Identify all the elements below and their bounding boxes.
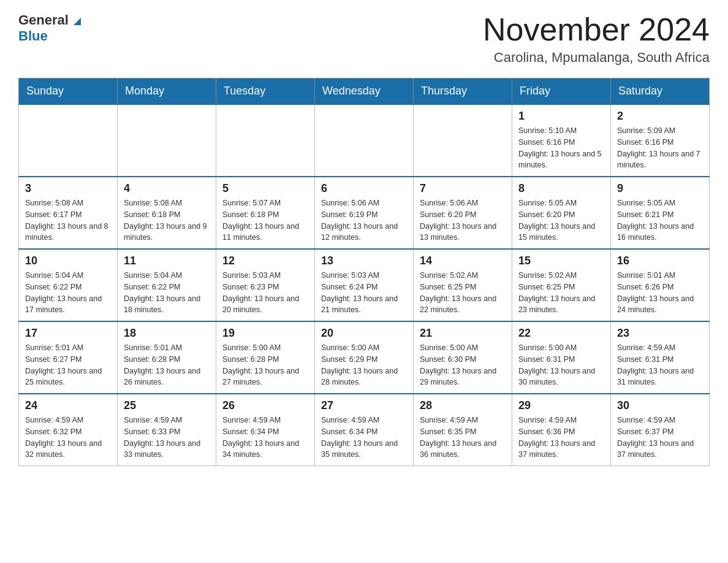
calendar-cell (315, 104, 414, 177)
day-number: 11 (124, 255, 210, 267)
day-number: 19 (222, 327, 308, 340)
calendar-cell: 19Sunrise: 5:00 AM Sunset: 6:28 PM Dayli… (216, 321, 315, 394)
calendar-cell: 17Sunrise: 5:01 AM Sunset: 6:27 PM Dayli… (19, 321, 118, 394)
calendar-cell: 30Sunrise: 4:59 AM Sunset: 6:37 PM Dayli… (611, 394, 710, 466)
day-info: Sunrise: 5:07 AM Sunset: 6:18 PM Dayligh… (222, 197, 308, 243)
calendar-cell: 4Sunrise: 5:08 AM Sunset: 6:18 PM Daylig… (118, 177, 216, 249)
calendar-cell (414, 104, 512, 177)
day-number: 3 (25, 182, 111, 195)
day-info: Sunrise: 5:04 AM Sunset: 6:22 PM Dayligh… (124, 270, 210, 316)
week-row-1: 1Sunrise: 5:10 AM Sunset: 6:16 PM Daylig… (19, 104, 710, 177)
calendar-cell: 25Sunrise: 4:59 AM Sunset: 6:33 PM Dayli… (118, 394, 216, 466)
title-block: November 2024 Carolina, Mpumalanga, Sout… (483, 12, 710, 66)
day-info: Sunrise: 5:02 AM Sunset: 6:25 PM Dayligh… (518, 270, 604, 316)
calendar-cell: 20Sunrise: 5:00 AM Sunset: 6:29 PM Dayli… (315, 321, 414, 394)
day-info: Sunrise: 5:06 AM Sunset: 6:20 PM Dayligh… (420, 197, 506, 243)
calendar-cell: 18Sunrise: 5:01 AM Sunset: 6:28 PM Dayli… (118, 321, 216, 394)
day-number: 14 (420, 255, 506, 267)
day-info: Sunrise: 5:03 AM Sunset: 6:24 PM Dayligh… (321, 270, 407, 316)
logo-general-text: General (18, 12, 69, 28)
calendar-cell: 15Sunrise: 5:02 AM Sunset: 6:25 PM Dayli… (512, 249, 611, 321)
day-number: 28 (420, 399, 506, 412)
weekday-header-thursday: Thursday (414, 79, 512, 105)
calendar-cell: 2Sunrise: 5:09 AM Sunset: 6:16 PM Daylig… (611, 104, 710, 177)
calendar-cell: 27Sunrise: 4:59 AM Sunset: 6:34 PM Dayli… (315, 394, 414, 466)
day-number: 29 (518, 399, 604, 412)
week-row-4: 17Sunrise: 5:01 AM Sunset: 6:27 PM Dayli… (19, 321, 710, 394)
day-number: 9 (617, 182, 703, 195)
day-number: 12 (222, 255, 308, 267)
logo: General Blue (18, 12, 83, 44)
calendar-cell: 28Sunrise: 4:59 AM Sunset: 6:35 PM Dayli… (414, 394, 512, 466)
calendar-cell: 23Sunrise: 4:59 AM Sunset: 6:31 PM Dayli… (611, 321, 710, 394)
day-info: Sunrise: 4:59 AM Sunset: 6:34 PM Dayligh… (222, 415, 308, 461)
day-info: Sunrise: 4:59 AM Sunset: 6:36 PM Dayligh… (518, 415, 604, 461)
day-info: Sunrise: 5:06 AM Sunset: 6:19 PM Dayligh… (321, 197, 407, 243)
day-info: Sunrise: 5:00 AM Sunset: 6:30 PM Dayligh… (420, 342, 506, 388)
calendar-cell (216, 104, 315, 177)
weekday-header-monday: Monday (118, 79, 216, 105)
day-number: 22 (518, 327, 604, 340)
day-number: 21 (420, 327, 506, 340)
week-row-3: 10Sunrise: 5:04 AM Sunset: 6:22 PM Dayli… (19, 249, 710, 321)
day-info: Sunrise: 5:00 AM Sunset: 6:28 PM Dayligh… (222, 342, 308, 388)
calendar-cell: 14Sunrise: 5:02 AM Sunset: 6:25 PM Dayli… (414, 249, 512, 321)
weekday-header-saturday: Saturday (611, 79, 710, 105)
day-info: Sunrise: 5:01 AM Sunset: 6:27 PM Dayligh… (25, 342, 111, 388)
calendar-cell (118, 104, 216, 177)
day-info: Sunrise: 4:59 AM Sunset: 6:31 PM Dayligh… (617, 342, 703, 388)
calendar-cell: 11Sunrise: 5:04 AM Sunset: 6:22 PM Dayli… (118, 249, 216, 321)
calendar-cell (19, 104, 118, 177)
day-number: 4 (124, 182, 210, 195)
logo-blue-text: Blue (18, 28, 48, 44)
day-info: Sunrise: 5:10 AM Sunset: 6:16 PM Dayligh… (518, 125, 604, 171)
calendar-cell: 8Sunrise: 5:05 AM Sunset: 6:20 PM Daylig… (512, 177, 611, 249)
day-number: 26 (222, 399, 308, 412)
day-info: Sunrise: 4:59 AM Sunset: 6:32 PM Dayligh… (25, 415, 111, 461)
day-number: 6 (321, 182, 407, 195)
day-number: 27 (321, 399, 407, 412)
weekday-header-wednesday: Wednesday (315, 79, 414, 105)
calendar-cell: 9Sunrise: 5:05 AM Sunset: 6:21 PM Daylig… (611, 177, 710, 249)
calendar-cell: 6Sunrise: 5:06 AM Sunset: 6:19 PM Daylig… (315, 177, 414, 249)
month-title: November 2024 (483, 12, 710, 47)
calendar-cell: 3Sunrise: 5:08 AM Sunset: 6:17 PM Daylig… (19, 177, 118, 249)
day-info: Sunrise: 5:05 AM Sunset: 6:21 PM Dayligh… (617, 197, 703, 243)
day-number: 25 (124, 399, 210, 412)
day-info: Sunrise: 5:01 AM Sunset: 6:28 PM Dayligh… (124, 342, 210, 388)
day-info: Sunrise: 5:01 AM Sunset: 6:26 PM Dayligh… (617, 270, 703, 316)
calendar-cell: 26Sunrise: 4:59 AM Sunset: 6:34 PM Dayli… (216, 394, 315, 466)
day-number: 15 (518, 255, 604, 267)
calendar-cell: 21Sunrise: 5:00 AM Sunset: 6:30 PM Dayli… (414, 321, 512, 394)
page-header: General Blue November 2024 Carolina, Mpu… (18, 12, 710, 66)
calendar-cell: 12Sunrise: 5:03 AM Sunset: 6:23 PM Dayli… (216, 249, 315, 321)
calendar-cell: 22Sunrise: 5:00 AM Sunset: 6:31 PM Dayli… (512, 321, 611, 394)
day-number: 20 (321, 327, 407, 340)
calendar-cell: 10Sunrise: 5:04 AM Sunset: 6:22 PM Dayli… (19, 249, 118, 321)
weekday-header-tuesday: Tuesday (216, 79, 315, 105)
week-row-2: 3Sunrise: 5:08 AM Sunset: 6:17 PM Daylig… (19, 177, 710, 249)
weekday-header-row: SundayMondayTuesdayWednesdayThursdayFrid… (19, 79, 710, 105)
day-number: 16 (617, 255, 703, 267)
svg-marker-0 (74, 18, 81, 25)
day-number: 13 (321, 255, 407, 267)
day-info: Sunrise: 5:00 AM Sunset: 6:29 PM Dayligh… (321, 342, 407, 388)
day-number: 5 (222, 182, 308, 195)
day-number: 24 (25, 399, 111, 412)
location-title: Carolina, Mpumalanga, South Africa (483, 50, 710, 66)
day-number: 17 (25, 327, 111, 340)
day-info: Sunrise: 4:59 AM Sunset: 6:35 PM Dayligh… (420, 415, 506, 461)
day-info: Sunrise: 5:00 AM Sunset: 6:31 PM Dayligh… (518, 342, 604, 388)
day-number: 30 (617, 399, 703, 412)
calendar-cell: 24Sunrise: 4:59 AM Sunset: 6:32 PM Dayli… (19, 394, 118, 466)
week-row-5: 24Sunrise: 4:59 AM Sunset: 6:32 PM Dayli… (19, 394, 710, 466)
day-info: Sunrise: 4:59 AM Sunset: 6:33 PM Dayligh… (124, 415, 210, 461)
weekday-header-sunday: Sunday (19, 79, 118, 105)
day-number: 18 (124, 327, 210, 340)
calendar-cell: 13Sunrise: 5:03 AM Sunset: 6:24 PM Dayli… (315, 249, 414, 321)
calendar-cell: 5Sunrise: 5:07 AM Sunset: 6:18 PM Daylig… (216, 177, 315, 249)
day-info: Sunrise: 5:02 AM Sunset: 6:25 PM Dayligh… (420, 270, 506, 316)
day-info: Sunrise: 5:08 AM Sunset: 6:18 PM Dayligh… (124, 197, 210, 243)
calendar-table: SundayMondayTuesdayWednesdayThursdayFrid… (18, 78, 710, 466)
day-number: 8 (518, 182, 604, 195)
